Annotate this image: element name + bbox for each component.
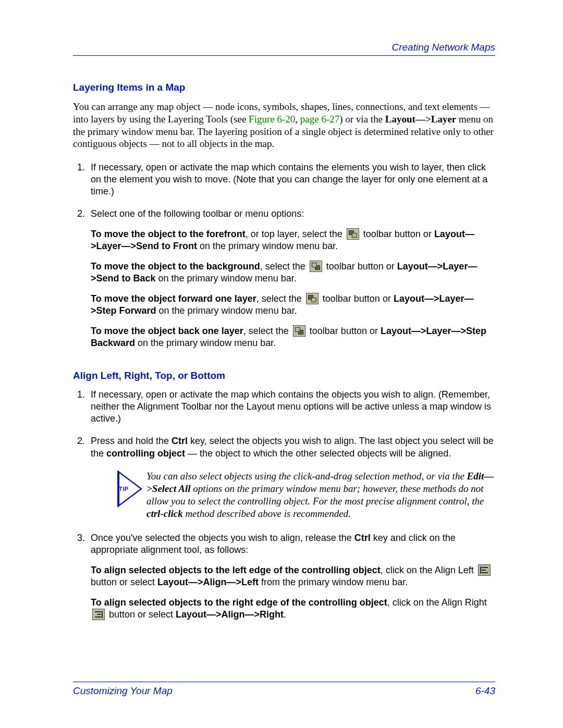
- menu-path: Layout—>Align—>Right: [176, 609, 284, 620]
- heading-align: Align Left, Right, Top, or Bottom: [73, 370, 495, 381]
- text-bold: To move the object to the forefront: [91, 229, 246, 239]
- text: Once you've selected the objects you wis…: [91, 533, 354, 543]
- option-step-backward: To move the object back one layer, selec…: [91, 325, 495, 349]
- link-page[interactable]: page 6-27: [300, 114, 339, 125]
- text: toolbar button or: [307, 326, 381, 336]
- layering-steps: If necessary, open or activate the map w…: [73, 162, 495, 349]
- text: button or select: [91, 577, 157, 587]
- text: .: [284, 609, 286, 620]
- text: , select the: [243, 326, 291, 336]
- tip-label: TIP: [119, 486, 129, 492]
- option-align-left: To align selected objects to the left ed…: [91, 564, 495, 588]
- align-steps-a: If necessary, open or activate the map w…: [73, 389, 495, 459]
- text: You can also select objects using the cl…: [146, 471, 467, 482]
- step: If necessary, open or activate the map w…: [88, 389, 495, 425]
- footer-rule: [73, 682, 495, 682]
- step: Select one of the following toolbar or m…: [88, 208, 495, 349]
- text: , click on the Align Left: [381, 565, 476, 575]
- text: , or top layer, select the: [246, 229, 345, 239]
- send-to-front-icon[interactable]: [347, 228, 359, 240]
- header-rule: [73, 55, 495, 56]
- page-footer: Customizing Your Map 6-43: [73, 677, 495, 697]
- text: , click on the Align Right: [387, 597, 487, 608]
- option-align-right: To align selected objects to the right e…: [91, 597, 495, 621]
- text: ,: [295, 114, 300, 125]
- page-number: 6-43: [475, 685, 495, 697]
- tip-icon: TIP: [117, 470, 144, 510]
- key-ctrl: Ctrl: [172, 436, 188, 446]
- option-step-forward: To move the object forward one layer, se…: [91, 293, 495, 317]
- option-send-back: To move the object to the background, se…: [91, 261, 495, 285]
- step-backward-icon[interactable]: [293, 325, 305, 337]
- header-section-title: Creating Network Maps: [73, 42, 495, 53]
- text-bold: To move the object forward one layer: [91, 293, 256, 304]
- term-ctrl-click: ctrl-click: [146, 508, 183, 519]
- text: Press and hold the: [91, 436, 172, 446]
- tip-text: You can also select objects using the cl…: [146, 470, 495, 521]
- text: , select the: [256, 293, 304, 304]
- align-steps-b: Once you've selected the objects you wis…: [73, 532, 495, 621]
- text: on the primary window menu bar.: [156, 273, 297, 283]
- layering-intro: You can arrange any map object — node ic…: [73, 101, 495, 150]
- option-send-front: To move the object to the forefront, or …: [91, 228, 495, 252]
- heading-layering: Layering Items in a Map: [73, 82, 495, 93]
- text: button or select: [106, 609, 176, 620]
- align-right-icon[interactable]: [92, 609, 105, 620]
- send-to-back-icon[interactable]: [310, 261, 322, 272]
- text: on the primary window menu bar.: [135, 338, 276, 348]
- text: options on the primary window menu bar; …: [146, 483, 484, 507]
- text-bold: To move the object to the background: [91, 261, 260, 272]
- link-figure[interactable]: Figure 6-20: [249, 114, 295, 125]
- text-bold: To move the object back one layer: [91, 326, 243, 336]
- text: toolbar button or: [320, 293, 394, 304]
- text: ) or via the: [339, 114, 385, 125]
- step: If necessary, open or activate the map w…: [88, 162, 495, 198]
- step: Once you've selected the objects you wis…: [88, 532, 495, 621]
- step: Press and hold the Ctrl key, select the …: [88, 435, 495, 459]
- term-controlling-object: controlling object: [106, 448, 185, 459]
- text: toolbar button or: [361, 229, 434, 239]
- text: on the primary window menu bar.: [156, 305, 297, 316]
- menu-path: Layout—>Align—>Left: [157, 577, 259, 587]
- step-forward-icon[interactable]: [306, 293, 319, 304]
- text: toolbar button or: [324, 261, 397, 272]
- text: on the primary window menu bar.: [197, 241, 338, 251]
- menu-path: Layout—>Layer: [385, 114, 456, 125]
- text: Select one of the following toolbar or m…: [91, 208, 304, 219]
- text-bold: To align selected objects to the right e…: [91, 597, 387, 608]
- text: from the primary window menu bar.: [259, 577, 408, 587]
- align-left-icon[interactable]: [478, 564, 491, 576]
- footer-chapter: Customizing Your Map: [73, 685, 173, 697]
- tip-block: TIP You can also select objects using th…: [117, 470, 495, 521]
- text: — the object to which the other selected…: [185, 448, 451, 459]
- text-bold: To align selected objects to the left ed…: [91, 565, 381, 575]
- text: , select the: [260, 261, 308, 272]
- text: method described above is recommended.: [183, 508, 351, 519]
- key-ctrl: Ctrl: [354, 533, 371, 543]
